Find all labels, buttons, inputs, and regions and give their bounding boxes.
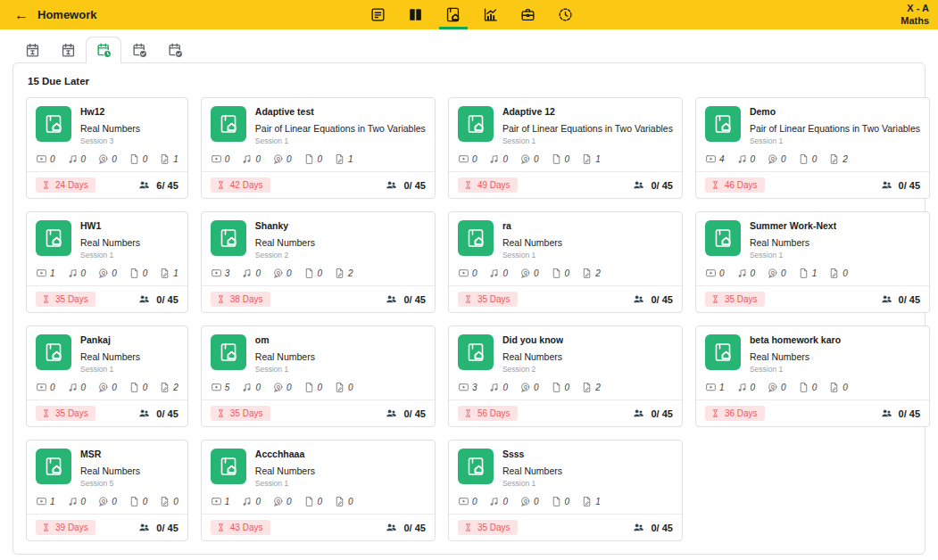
due-days-label: 35 Days — [725, 294, 758, 304]
homework-card[interactable]: Summer Work-Next Real Numbers Session 1 … — [695, 211, 930, 313]
document-count: 0 — [303, 153, 323, 165]
question-bubble-icon: Q — [519, 382, 531, 393]
card-stats: 0 0 Q 0 0 2 — [27, 374, 187, 399]
page-title: Homework — [37, 8, 96, 21]
video-count: 0 — [211, 153, 230, 165]
audio-count: 0 — [736, 268, 756, 279]
card-title: Pankaj — [80, 334, 140, 345]
music-note-icon — [488, 382, 500, 393]
card-info: Adaptive 12 Pair of Linear Equations in … — [502, 106, 673, 145]
back-arrow-icon[interactable]: ← — [14, 8, 29, 22]
group-icon — [880, 292, 893, 306]
homework-card[interactable]: Adaptive test Pair of Linear Equations i… — [201, 97, 436, 199]
group-icon — [137, 292, 151, 306]
card-session: Session 1 — [80, 251, 140, 259]
tab-calendar-date-2[interactable] — [50, 37, 86, 63]
due-days-label: 49 Days — [477, 180, 511, 190]
homework-card[interactable]: Pankaj Real Numbers Session 1 0 0 Q 0 0 — [26, 325, 188, 427]
worksheet-count: 2 — [334, 268, 353, 279]
card-session: Session 1 — [502, 479, 562, 488]
due-later-panel: 15 Due Later Hw12 Real Numbers Session 3… — [12, 62, 926, 555]
history-clock-icon[interactable] — [550, 0, 582, 29]
card-info: Pankaj Real Numbers Session 1 — [80, 334, 140, 374]
card-footer: 42 Days 0/ 45 — [202, 171, 435, 198]
card-session: Session 1 — [750, 365, 841, 374]
group-icon — [385, 407, 398, 420]
homework-card[interactable]: ra Real Numbers Session 1 0 0 Q 0 0 — [448, 211, 683, 313]
tab-due-later[interactable] — [86, 37, 121, 63]
hourglass-icon — [41, 294, 51, 304]
worksheet-edit-icon — [581, 268, 593, 279]
hourglass-icon — [710, 408, 720, 418]
submissions-label: 0/ 45 — [651, 180, 672, 191]
homework-card[interactable]: Demo Pair of Linear Equations in Two Var… — [695, 97, 930, 199]
submissions-label: 0/ 45 — [156, 408, 178, 419]
svg-text:Q: Q — [524, 156, 527, 161]
document-count: 0 — [551, 153, 570, 165]
card-body: Adaptive test Pair of Linear Equations i… — [202, 98, 435, 145]
submissions-count: 0/ 45 — [880, 292, 920, 306]
question-count: Q 0 — [519, 153, 539, 165]
audio-count: 0 — [488, 382, 508, 393]
tests-icon[interactable] — [362, 0, 394, 29]
classwork-bag-icon[interactable] — [512, 0, 544, 29]
card-footer: 35 Days 0/ 45 — [27, 285, 187, 312]
video-count: 1 — [705, 382, 725, 393]
card-stats: 0 0 Q 0 0 2 — [449, 259, 682, 285]
card-title: Shanky — [255, 220, 315, 231]
card-session: Session 1 — [750, 136, 920, 145]
homework-card[interactable]: Adaptive 12 Pair of Linear Equations in … — [448, 97, 683, 199]
card-body: Demo Pair of Linear Equations in Two Var… — [696, 98, 929, 145]
homework-card[interactable]: beta homework karo Real Numbers Session … — [695, 325, 930, 427]
due-days-badge: 49 Days — [458, 177, 518, 193]
question-bubble-icon: Q — [767, 382, 778, 393]
hourglass-icon — [41, 180, 51, 190]
video-count: 1 — [211, 496, 230, 507]
group-icon — [137, 178, 151, 192]
worksheet-count: 1 — [334, 153, 353, 165]
homework-icon[interactable] — [437, 0, 469, 29]
worksheet-count: 1 — [159, 268, 178, 279]
card-chapter: Real Numbers — [750, 237, 836, 248]
video-count: 3 — [458, 382, 477, 393]
homework-card[interactable]: Ssss Real Numbers Session 1 0 0 Q 0 0 — [448, 440, 683, 541]
homework-card[interactable]: MSR Real Numbers Session 5 1 0 Q 0 0 — [26, 440, 188, 541]
tab-completed-1[interactable] — [121, 37, 157, 63]
tab-completed-2[interactable] — [157, 37, 193, 63]
music-note-icon — [488, 268, 500, 279]
submissions-label: 0/ 45 — [403, 294, 425, 305]
question-count: Q 0 — [519, 382, 539, 393]
tab-calendar-date-1[interactable] — [14, 37, 50, 63]
analytics-icon[interactable] — [475, 0, 507, 29]
video-count: 4 — [705, 153, 725, 165]
video-icon — [705, 153, 717, 165]
homework-card[interactable]: Did you know Real Numbers Session 2 3 0 … — [448, 325, 683, 427]
subject-label: Maths — [901, 15, 929, 28]
card-body: MSR Real Numbers Session 5 — [27, 441, 187, 488]
homework-book-icon — [705, 220, 741, 256]
homework-card[interactable]: HW1 Real Numbers Session 1 1 0 Q 0 0 — [26, 211, 188, 313]
document-icon — [551, 153, 562, 165]
submissions-label: 0/ 45 — [403, 408, 425, 419]
card-title: beta homework karo — [750, 334, 841, 345]
due-days-badge: 35 Days — [705, 292, 765, 307]
group-icon — [385, 178, 398, 192]
card-title: Demo — [750, 106, 920, 117]
book-icon[interactable] — [400, 0, 432, 29]
homework-card[interactable]: Shanky Real Numbers Session 2 3 0 Q 0 0 — [201, 211, 436, 313]
card-stats: 0 0 Q 0 0 1 — [202, 145, 435, 171]
submissions-label: 0/ 45 — [403, 180, 425, 191]
homework-book-icon — [36, 220, 71, 256]
due-days-badge: 36 Days — [705, 406, 765, 421]
homework-card[interactable]: Hw12 Real Numbers Session 3 0 0 Q 0 0 — [26, 97, 188, 199]
worksheet-edit-icon — [581, 153, 593, 165]
audio-count: 0 — [67, 382, 87, 393]
question-bubble-icon: Q — [519, 268, 531, 279]
music-note-icon — [67, 382, 79, 393]
homework-card[interactable]: Accchhaaa Real Numbers Session 1 1 0 Q 0… — [201, 440, 436, 541]
music-note-icon — [67, 496, 79, 507]
card-body: Summer Work-Next Real Numbers Session 1 — [696, 212, 929, 259]
homework-card[interactable]: om Real Numbers Session 1 5 0 Q 0 0 — [201, 325, 436, 427]
group-icon — [632, 292, 645, 306]
due-days-badge: 35 Days — [36, 292, 95, 307]
